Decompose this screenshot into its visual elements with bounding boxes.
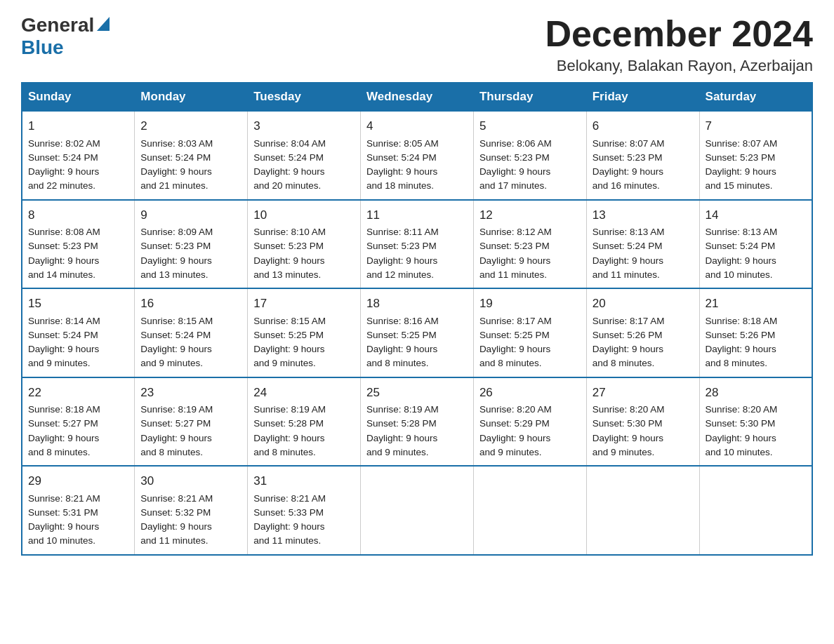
calendar-cell: 7Sunrise: 8:07 AMSunset: 5:23 PMDaylight… [699, 112, 812, 200]
calendar-cell: 28Sunrise: 8:20 AMSunset: 5:30 PMDayligh… [699, 377, 812, 467]
sunset-text: Sunset: 5:24 PM [706, 241, 776, 251]
sunrise-text: Sunrise: 8:13 AM [593, 227, 665, 237]
daylight-text: Daylight: 9 hours [593, 166, 663, 177]
sunset-text: Sunset: 5:24 PM [140, 152, 211, 163]
daylight-text2: and 13 minutes. [253, 269, 321, 280]
day-number: 11 [366, 206, 468, 224]
daylight-text2: and 11 minutes. [479, 269, 547, 280]
day-number: 18 [366, 295, 468, 313]
daylight-text2: and 10 minutes. [28, 535, 95, 546]
sunrise-text: Sunrise: 8:03 AM [140, 138, 213, 149]
sunrise-text: Sunrise: 8:13 AM [706, 227, 778, 237]
col-header-sunday: Sunday [22, 83, 135, 112]
sunrise-text: Sunrise: 8:21 AM [253, 493, 326, 504]
sunset-text: Sunset: 5:26 PM [593, 330, 663, 340]
sunset-text: Sunset: 5:23 PM [479, 152, 550, 163]
daylight-text2: and 9 minutes. [253, 358, 316, 368]
daylight-text: Daylight: 9 hours [140, 433, 211, 443]
logo-blue-text: Blue [21, 36, 64, 58]
calendar-cell: 26Sunrise: 8:20 AMSunset: 5:29 PMDayligh… [473, 377, 586, 467]
daylight-text2: and 21 minutes. [140, 180, 208, 191]
sunrise-text: Sunrise: 8:21 AM [28, 493, 100, 504]
daylight-text2: and 18 minutes. [366, 180, 434, 191]
col-header-friday: Friday [586, 83, 699, 112]
sunset-text: Sunset: 5:25 PM [479, 330, 550, 340]
daylight-text: Daylight: 9 hours [706, 166, 776, 177]
daylight-text2: and 20 minutes. [253, 180, 321, 191]
day-number: 13 [593, 206, 694, 224]
sunrise-text: Sunrise: 8:17 AM [479, 316, 552, 326]
daylight-text: Daylight: 9 hours [28, 344, 99, 354]
day-number: 31 [253, 472, 355, 490]
logo: General Blue [21, 14, 110, 59]
day-number: 10 [253, 206, 355, 224]
daylight-text2: and 11 minutes. [140, 535, 208, 546]
daylight-text2: and 13 minutes. [140, 269, 208, 280]
week-row-1: 1Sunrise: 8:02 AMSunset: 5:24 PMDaylight… [22, 112, 812, 200]
daylight-text2: and 10 minutes. [706, 269, 773, 280]
daylight-text: Daylight: 9 hours [28, 166, 99, 177]
day-number: 27 [593, 384, 694, 402]
sunrise-text: Sunrise: 8:05 AM [366, 138, 439, 149]
daylight-text: Daylight: 9 hours [479, 433, 550, 443]
daylight-text2: and 22 minutes. [28, 180, 95, 191]
sunset-text: Sunset: 5:30 PM [593, 418, 663, 429]
daylight-text2: and 15 minutes. [706, 180, 773, 191]
sunrise-text: Sunrise: 8:08 AM [28, 227, 100, 237]
day-number: 25 [366, 384, 468, 402]
day-number: 9 [140, 206, 241, 224]
day-number: 12 [479, 206, 581, 224]
week-row-3: 15Sunrise: 8:14 AMSunset: 5:24 PMDayligh… [22, 288, 812, 377]
week-row-4: 22Sunrise: 8:18 AMSunset: 5:27 PMDayligh… [22, 377, 812, 467]
daylight-text: Daylight: 9 hours [479, 344, 550, 354]
calendar-header-row: SundayMondayTuesdayWednesdayThursdayFrid… [22, 83, 812, 112]
calendar-table: SundayMondayTuesdayWednesdayThursdayFrid… [21, 82, 813, 556]
sunrise-text: Sunrise: 8:11 AM [366, 227, 439, 237]
day-number: 3 [253, 117, 355, 135]
daylight-text2: and 8 minutes. [593, 358, 655, 368]
day-number: 14 [706, 206, 806, 224]
day-number: 19 [479, 295, 581, 313]
calendar-cell: 29Sunrise: 8:21 AMSunset: 5:31 PMDayligh… [22, 466, 135, 555]
sunset-text: Sunset: 5:27 PM [28, 418, 98, 429]
sunset-text: Sunset: 5:30 PM [706, 418, 776, 429]
day-number: 17 [253, 295, 355, 313]
sunset-text: Sunset: 5:24 PM [253, 152, 324, 163]
sunset-text: Sunset: 5:32 PM [140, 507, 211, 518]
sunset-text: Sunset: 5:31 PM [28, 507, 98, 518]
sunset-text: Sunset: 5:24 PM [593, 241, 663, 251]
sunset-text: Sunset: 5:23 PM [140, 241, 211, 251]
calendar-cell: 12Sunrise: 8:12 AMSunset: 5:23 PMDayligh… [473, 200, 586, 289]
sunset-text: Sunset: 5:24 PM [366, 152, 437, 163]
col-header-saturday: Saturday [699, 83, 812, 112]
sunset-text: Sunset: 5:23 PM [706, 152, 776, 163]
day-number: 7 [706, 117, 806, 135]
calendar-cell: 31Sunrise: 8:21 AMSunset: 5:33 PMDayligh… [248, 466, 361, 555]
daylight-text2: and 11 minutes. [593, 269, 660, 280]
day-number: 1 [28, 117, 128, 135]
daylight-text: Daylight: 9 hours [28, 433, 99, 443]
day-number: 21 [706, 295, 806, 313]
daylight-text2: and 11 minutes. [253, 535, 321, 546]
day-number: 5 [479, 117, 581, 135]
sunrise-text: Sunrise: 8:19 AM [366, 404, 439, 415]
day-number: 22 [28, 384, 128, 402]
calendar-cell: 25Sunrise: 8:19 AMSunset: 5:28 PMDayligh… [361, 377, 474, 467]
sunrise-text: Sunrise: 8:17 AM [593, 316, 665, 326]
sunrise-text: Sunrise: 8:18 AM [706, 316, 778, 326]
calendar-cell: 1Sunrise: 8:02 AMSunset: 5:24 PMDaylight… [22, 112, 135, 200]
daylight-text2: and 8 minutes. [366, 358, 429, 368]
sunrise-text: Sunrise: 8:07 AM [706, 138, 778, 149]
calendar-cell: 14Sunrise: 8:13 AMSunset: 5:24 PMDayligh… [699, 200, 812, 289]
calendar-cell: 3Sunrise: 8:04 AMSunset: 5:24 PMDaylight… [248, 112, 361, 200]
sunset-text: Sunset: 5:33 PM [253, 507, 324, 518]
sunrise-text: Sunrise: 8:15 AM [253, 316, 326, 326]
daylight-text: Daylight: 9 hours [253, 521, 324, 532]
sunset-text: Sunset: 5:25 PM [253, 330, 324, 340]
sunset-text: Sunset: 5:23 PM [479, 241, 550, 251]
daylight-text2: and 17 minutes. [479, 180, 547, 191]
daylight-text: Daylight: 9 hours [366, 433, 437, 443]
sunset-text: Sunset: 5:29 PM [479, 418, 550, 429]
page-header: General Blue December 2024 Belokany, Bal… [21, 14, 813, 75]
day-number: 6 [593, 117, 694, 135]
